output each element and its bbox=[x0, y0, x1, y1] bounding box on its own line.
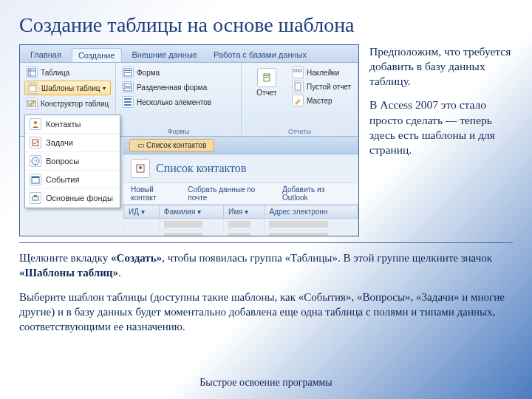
slide-title: Создание таблицы на основе шаблона bbox=[19, 13, 513, 37]
svg-rect-12 bbox=[124, 101, 132, 103]
events-icon bbox=[30, 174, 41, 185]
multi-items-icon bbox=[122, 96, 134, 108]
col-lastname[interactable]: Фамилия ▾ bbox=[159, 205, 223, 219]
dropdown-arrow-icon: ▾ bbox=[103, 85, 106, 92]
assets-icon bbox=[30, 192, 41, 204]
btn-blank-report[interactable]: Пустой отчет bbox=[290, 80, 352, 93]
document-tabs: ▭Список контактов bbox=[123, 137, 358, 154]
ribbon-group-reports: Отчет Наклейки Пустой отчет bbox=[242, 63, 358, 136]
ribbon-group-forms: Форма Разделенная форма Несколько элемен… bbox=[116, 63, 242, 136]
svg-rect-7 bbox=[125, 70, 131, 71]
table-row[interactable] bbox=[124, 231, 358, 237]
form-tab-icon: ▭ bbox=[137, 141, 144, 149]
dd-issues[interactable]: ?Вопросы bbox=[25, 152, 120, 171]
tab-external[interactable]: Внешние данные bbox=[126, 48, 203, 62]
dd-assets[interactable]: Основные фонды bbox=[25, 189, 120, 208]
tab-dbtools[interactable]: Работа с базами данных bbox=[208, 48, 313, 62]
footer-text: Быстрое освоение программы bbox=[0, 377, 532, 389]
dd-events[interactable]: События bbox=[25, 171, 120, 189]
tasks-icon bbox=[30, 137, 41, 149]
report-icon bbox=[257, 68, 276, 87]
btn-report-wizard[interactable]: Мастер bbox=[290, 94, 352, 107]
btn-report[interactable]: Отчет bbox=[246, 66, 287, 107]
svg-rect-15 bbox=[265, 75, 269, 76]
btn-table[interactable]: Таблица bbox=[24, 66, 111, 79]
btn-split-form[interactable]: Разделенная форма bbox=[120, 81, 236, 94]
svg-rect-11 bbox=[124, 98, 132, 100]
svg-rect-9 bbox=[124, 83, 132, 86]
templates-dropdown: Контакты Задачи ?Вопросы События Основны… bbox=[24, 115, 120, 208]
access-screenshot: Главная Создание Внешние данные Работа с… bbox=[19, 44, 359, 236]
split-form-icon bbox=[122, 81, 134, 93]
form-header: Список контактов bbox=[123, 154, 358, 183]
blank-report-icon bbox=[292, 81, 304, 92]
link-new-contact[interactable]: Новый контакт bbox=[131, 185, 180, 202]
intro-text: Предположим, что требуется добавить в ба… bbox=[369, 44, 513, 236]
btn-form[interactable]: Форма bbox=[120, 66, 236, 79]
svg-rect-19 bbox=[295, 83, 301, 90]
divider bbox=[19, 242, 513, 243]
svg-text:?: ? bbox=[34, 158, 38, 165]
dd-contacts[interactable]: Контакты bbox=[25, 115, 120, 134]
svg-rect-16 bbox=[265, 77, 269, 78]
svg-rect-0 bbox=[28, 69, 35, 76]
btn-labels[interactable]: Наклейки bbox=[290, 66, 352, 79]
col-email[interactable]: Адрес электронн bbox=[265, 205, 358, 219]
svg-rect-18 bbox=[299, 69, 301, 72]
table-design-icon bbox=[26, 98, 38, 109]
btn-table-templates[interactable]: Шаблоны таблиц ▾ bbox=[24, 81, 111, 95]
col-id[interactable]: ИД ▾ bbox=[124, 205, 160, 219]
svg-rect-10 bbox=[124, 88, 132, 91]
form-toolbar: Новый контакт Собрать данные по почте До… bbox=[123, 183, 358, 205]
tab-home[interactable]: Главная bbox=[24, 48, 67, 62]
svg-rect-13 bbox=[124, 104, 132, 106]
link-collect-email[interactable]: Собрать данные по почте bbox=[188, 185, 275, 202]
col-firstname[interactable]: Имя ▾ bbox=[223, 205, 264, 219]
svg-rect-4 bbox=[29, 84, 36, 86]
contacts-form-icon bbox=[131, 159, 150, 178]
tab-create[interactable]: Создание bbox=[72, 48, 122, 62]
contacts-table: ИД ▾ Фамилия ▾ Имя ▾ Адрес электронн bbox=[123, 205, 358, 236]
contacts-icon bbox=[30, 118, 41, 130]
issues-icon: ? bbox=[30, 155, 41, 167]
svg-point-20 bbox=[34, 121, 37, 124]
body-text: Щелкните вкладку «Создать», чтобы появил… bbox=[19, 250, 513, 334]
table-icon bbox=[26, 66, 38, 78]
svg-point-29 bbox=[139, 166, 142, 169]
link-add-outlook[interactable]: Добавить из Outlook bbox=[282, 185, 351, 202]
doc-tab-contacts[interactable]: ▭Список контактов bbox=[129, 139, 214, 151]
svg-rect-25 bbox=[32, 177, 39, 178]
svg-rect-8 bbox=[125, 72, 131, 73]
table-row[interactable] bbox=[124, 219, 358, 231]
svg-rect-17 bbox=[294, 69, 297, 72]
dd-tasks[interactable]: Задачи bbox=[25, 134, 120, 152]
svg-rect-27 bbox=[34, 195, 37, 197]
ribbon-tabs: Главная Создание Внешние данные Работа с… bbox=[20, 45, 358, 63]
btn-multi-items[interactable]: Несколько элементов bbox=[120, 95, 236, 109]
form-icon bbox=[122, 66, 134, 78]
table-templates-icon bbox=[27, 82, 38, 94]
wizard-icon bbox=[292, 95, 304, 106]
btn-table-design[interactable]: Конструктор таблиц bbox=[24, 97, 111, 110]
svg-rect-26 bbox=[33, 197, 38, 200]
labels-icon bbox=[292, 66, 304, 78]
